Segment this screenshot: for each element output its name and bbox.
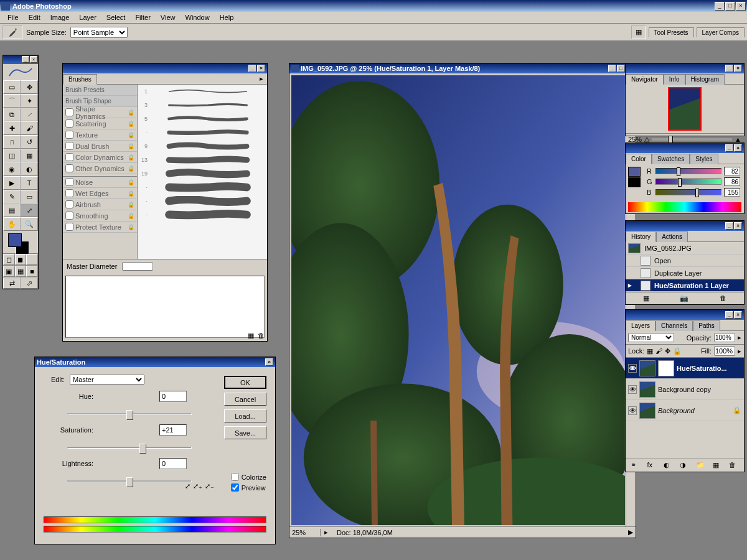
tool-gradient[interactable]: ▦: [21, 149, 38, 162]
tab-swatches[interactable]: Swatches: [652, 154, 690, 164]
brush-preset-row[interactable]: ·: [138, 194, 267, 208]
brush-preset-row[interactable]: 19: [138, 167, 267, 180]
color-spectrum[interactable]: [628, 202, 741, 212]
menu-file[interactable]: File: [2, 12, 24, 22]
nav-close-button[interactable]: ×: [734, 65, 742, 72]
visibility-icon[interactable]: 👁: [628, 385, 637, 394]
tab-paths[interactable]: Paths: [693, 320, 720, 331]
menu-window[interactable]: Window: [181, 12, 215, 22]
doc-status-arrow-icon[interactable]: ▶: [626, 528, 636, 536]
tool-crop[interactable]: ⧉: [3, 108, 21, 121]
screen-standard-icon[interactable]: ▣: [3, 266, 15, 277]
brush-presets-header[interactable]: Brush Presets: [63, 85, 137, 96]
brush-opt-wet-edges[interactable]: Wet Edges🔒: [63, 188, 137, 199]
edit-select[interactable]: Master: [70, 375, 144, 385]
tool-history-brush[interactable]: ↺: [21, 135, 38, 149]
docked-tab-tool-presets[interactable]: Tool Presets: [649, 27, 694, 37]
brush-preset-row[interactable]: 5: [138, 112, 267, 126]
huesat-close-button[interactable]: ×: [265, 358, 273, 366]
tab-info[interactable]: Info: [664, 74, 685, 85]
menu-select[interactable]: Select: [101, 12, 131, 22]
tab-brushes[interactable]: Brushes: [63, 74, 97, 85]
tab-styles[interactable]: Styles: [690, 154, 718, 164]
eyedropper-minus-icon[interactable]: ⤢₋: [205, 482, 214, 490]
cancel-button[interactable]: Cancel: [224, 393, 266, 406]
mode-quickmask-icon[interactable]: ◼: [15, 254, 27, 265]
eyedropper-icon[interactable]: ⤢: [185, 482, 190, 490]
menu-edit[interactable]: Edit: [24, 12, 45, 22]
tool-wand[interactable]: ✦: [21, 94, 38, 108]
load-button[interactable]: Load...: [224, 409, 266, 422]
delete-brush-icon[interactable]: 🗑: [258, 332, 265, 340]
lock-move-icon[interactable]: ✥: [665, 347, 670, 355]
brush-opt-noise[interactable]: Noise🔒: [63, 177, 137, 188]
layer-thumbnail[interactable]: [639, 381, 655, 398]
tool-stamp[interactable]: ⎍: [3, 135, 21, 149]
toolbox-close-button[interactable]: ×: [30, 56, 37, 63]
lay-min-button[interactable]: _: [725, 311, 733, 319]
brush-preset-row[interactable]: 9: [138, 139, 267, 153]
tab-actions[interactable]: Actions: [656, 231, 688, 242]
brush-opt-airbrush[interactable]: Airbrush🔒: [63, 199, 137, 210]
tool-slice[interactable]: ⟋: [21, 108, 38, 121]
blend-mode-select[interactable]: Normal: [628, 333, 674, 342]
lay-close-button[interactable]: ×: [734, 311, 742, 319]
current-tool-eyedropper-icon[interactable]: [2, 26, 22, 39]
lock-trans-icon[interactable]: ▦: [647, 347, 653, 355]
new-brush-icon[interactable]: ▦: [248, 332, 254, 340]
r-slider[interactable]: [655, 168, 721, 174]
history-item-huesat[interactable]: ▸Hue/Saturation 1 Layer: [626, 279, 744, 292]
brush-opt-other-dynamics[interactable]: Other Dynamics🔒: [63, 163, 137, 174]
doc-status-icon[interactable]: ▸: [321, 528, 332, 536]
opacity-arrow-icon[interactable]: ▸: [738, 334, 741, 342]
menu-filter[interactable]: Filter: [130, 12, 155, 22]
tab-histogram[interactable]: Histogram: [685, 74, 725, 85]
docked-tab-layer-comps[interactable]: Layer Comps: [697, 27, 745, 37]
sat-input[interactable]: [159, 424, 187, 436]
layer-thumbnail[interactable]: [639, 403, 655, 419]
brush-opt-protect-texture[interactable]: Protect Texture🔒: [63, 222, 137, 233]
document-canvas[interactable]: [291, 75, 625, 525]
brush-preset-row[interactable]: 1: [138, 85, 267, 98]
tool-zoom[interactable]: 🔍: [21, 217, 38, 231]
layer-thumbnail[interactable]: [639, 360, 655, 376]
tool-hand[interactable]: ✋: [3, 217, 21, 231]
tool-shape[interactable]: ▭: [21, 190, 38, 203]
history-snapshot[interactable]: IMG_0592.JPG: [626, 242, 744, 254]
tool-type[interactable]: T: [21, 176, 38, 190]
master-diameter-input[interactable]: [122, 262, 153, 271]
r-input[interactable]: [724, 167, 740, 175]
g-slider[interactable]: [655, 179, 721, 185]
layer-delete-icon[interactable]: 🗑: [729, 461, 739, 470]
colorize-checkbox[interactable]: Colorize: [231, 473, 266, 481]
fill-arrow-icon[interactable]: ▸: [738, 347, 741, 355]
tool-blur[interactable]: ◉: [3, 162, 21, 176]
brush-opt-color-dynamics[interactable]: Color Dynamics🔒: [63, 152, 137, 163]
mode-standard-icon[interactable]: ◻: [3, 254, 15, 265]
menu-view[interactable]: View: [156, 12, 181, 22]
nav-zoom-value[interactable]: 25%: [628, 136, 642, 143]
visibility-icon[interactable]: 👁: [628, 406, 637, 415]
hist-snapshot-icon[interactable]: 📷: [680, 294, 688, 302]
brushes-menu-icon[interactable]: ▸: [256, 73, 267, 84]
hist-close-button[interactable]: ×: [734, 222, 742, 230]
screen-fullmenu-icon[interactable]: ▦: [15, 266, 27, 277]
layer-fx-icon[interactable]: fx: [647, 461, 657, 470]
brushes-min-button[interactable]: _: [248, 65, 256, 72]
tool-brush[interactable]: 🖌: [21, 121, 38, 135]
light-input[interactable]: [159, 458, 187, 469]
tool-path-select[interactable]: ▶: [3, 176, 21, 190]
preview-checkbox[interactable]: Preview: [231, 483, 266, 492]
layer-item[interactable]: 👁 Background copy: [626, 379, 744, 400]
lock-all-icon[interactable]: 🔒: [673, 347, 682, 355]
brush-preset-row[interactable]: 3: [138, 98, 267, 112]
minimize-button[interactable]: _: [715, 2, 725, 11]
brush-preset-row[interactable]: 13: [138, 153, 267, 167]
save-button[interactable]: Save...: [224, 426, 266, 439]
b-input[interactable]: [724, 188, 740, 197]
opacity-input[interactable]: [714, 333, 735, 342]
layer-mask-icon[interactable]: ◐: [664, 461, 674, 470]
brush-opt-texture[interactable]: Texture🔒: [63, 129, 137, 141]
tab-layers[interactable]: Layers: [626, 320, 655, 331]
screen-full-icon[interactable]: ■: [26, 266, 38, 277]
